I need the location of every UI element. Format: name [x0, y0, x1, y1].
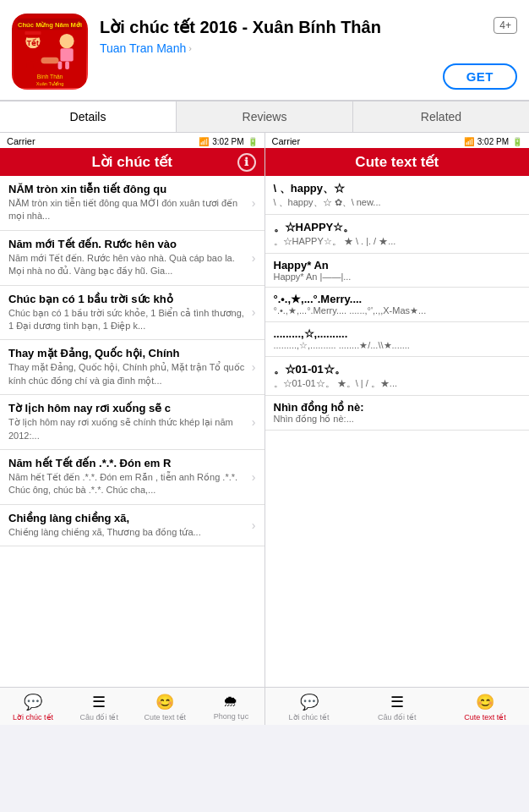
list-icon: ☰: [92, 693, 106, 711]
age-badge: 4+: [494, 17, 517, 34]
chevron-icon: ›: [252, 518, 256, 532]
list-item[interactable]: Thay mặt Đảng, Quốc hội, Chính Thay mặt …: [0, 340, 264, 395]
svg-rect-12: [65, 61, 69, 69]
svg-text:Bính Thân: Bính Thân: [37, 74, 63, 80]
app-header: Chúc Mừng Năm Mới Tết Bính Thân Xuân Tươ…: [0, 0, 529, 101]
left-status-bar: Carrier 📶 3:02 PM 🔋: [0, 133, 264, 148]
cute-item[interactable]: .........,☆,.......... .........,☆,.....…: [265, 322, 530, 357]
right-time: 3:02 PM: [477, 137, 509, 146]
tab-cau-doi-tet-r[interactable]: ☰ Câu đối tết: [353, 691, 441, 723]
left-status-icons: 📶 3:02 PM 🔋: [199, 137, 257, 146]
cute-item[interactable]: 。☆01-01☆。 。☆01-01☆。 ★。\ | / 。★...: [265, 357, 530, 396]
wifi-icon: 📶: [464, 137, 474, 146]
tab-related[interactable]: Related: [353, 102, 529, 132]
chevron-icon: ›: [252, 196, 256, 210]
svg-rect-13: [58, 61, 63, 69]
app-title: Lời chúc tết 2016 - Xuân Bính Thân: [100, 17, 494, 38]
svg-rect-9: [34, 61, 38, 69]
chevron-icon: ›: [252, 470, 256, 484]
tab-phong-tuc[interactable]: 🌧 Phong tục: [198, 691, 264, 723]
tab-cau-doi-tet[interactable]: ☰ Câu đối tết: [66, 691, 132, 723]
list-item[interactable]: Chiềng làng chiềng xã, Chiềng làng chiền…: [0, 505, 264, 546]
chevron-icon: ›: [252, 415, 256, 429]
list-item[interactable]: Tờ lịch hôm nay rơi xuống sẽ c Tờ lịch h…: [0, 395, 264, 450]
rtab-label-3: Cute text tết: [464, 713, 506, 721]
get-button[interactable]: GET: [443, 63, 517, 90]
info-button[interactable]: ℹ: [237, 153, 256, 172]
tab-label-3: Cute text tết: [145, 713, 187, 721]
smile-icon: 😊: [155, 693, 174, 711]
right-nav-title: Cute text tết: [355, 153, 439, 171]
right-carrier: Carrier: [272, 136, 301, 146]
tab-loi-chuc-tet-r[interactable]: 💬 Lời chúc tết: [265, 691, 353, 723]
svg-text:Chúc Mừng Năm Mới: Chúc Mừng Năm Mới: [18, 21, 82, 29]
cute-item[interactable]: \ 、happy、☆ \ 、happy、☆ ✿、\ new...: [265, 176, 530, 215]
chevron-icon: ›: [252, 360, 256, 374]
app-info: Lời chúc tết 2016 - Xuân Bính Thân Tuan …: [100, 14, 517, 90]
cloud-icon: 🌧: [223, 693, 238, 710]
svg-text:Xuân Tương: Xuân Tương: [36, 81, 64, 86]
author-chevron-icon: ›: [188, 43, 192, 53]
left-time: 3:02 PM: [212, 137, 243, 146]
svg-point-10: [59, 34, 74, 48]
chat-icon: 💬: [24, 693, 42, 711]
cute-item[interactable]: Nhìn đồng hồ nè: Nhìn đồng hồ nè:...: [265, 396, 530, 431]
tab-label-1: Lời chúc tết: [13, 713, 53, 721]
tab-loi-chuc-tet[interactable]: 💬 Lời chúc tết: [0, 691, 66, 723]
list-item[interactable]: NĂM tròn xin tiễn tiết đông qu NĂM tròn …: [0, 176, 264, 231]
list-icon: ☰: [390, 693, 404, 711]
screens-row: Carrier 📶 3:02 PM 🔋 Lời chúc tết ℹ NĂM t…: [0, 133, 529, 725]
tab-label-4: Phong tục: [214, 712, 249, 721]
app-author[interactable]: Tuan Tran Manh ›: [100, 41, 494, 55]
chevron-icon: ›: [252, 305, 256, 319]
svg-rect-8: [26, 61, 30, 69]
chevron-icon: ›: [252, 251, 256, 265]
left-list: NĂM tròn xin tiễn tiết đông qu NĂM tròn …: [0, 176, 264, 546]
right-list: \ 、happy、☆ \ 、happy、☆ ✿、\ new... 。☆HAPPY…: [265, 176, 530, 431]
svg-text:Tết: Tết: [27, 38, 39, 47]
cute-item[interactable]: 。☆HAPPY☆。 。☆HAPPY☆。 ★ \ . |. / ★...: [265, 215, 530, 254]
rtab-label-2: Câu đối tết: [378, 713, 417, 721]
battery-icon: 🔋: [248, 137, 258, 146]
rtab-label-1: Lời chúc tết: [289, 713, 330, 721]
svg-rect-11: [60, 48, 73, 61]
left-nav-title: Lời chúc tết: [91, 153, 172, 171]
smile-icon: 😊: [476, 693, 494, 711]
list-item[interactable]: Năm hết Tết đến .*.*. Đón em R Năm hết T…: [0, 450, 264, 505]
app-icon: Chúc Mừng Năm Mới Tết Bính Thân Xuân Tươ…: [12, 14, 88, 90]
right-status-bar: Carrier 📶 3:02 PM 🔋: [265, 133, 530, 148]
right-nav-bar: Cute text tết: [265, 148, 530, 176]
tab-label-2: Câu đối tết: [79, 713, 118, 721]
svg-rect-14: [41, 58, 58, 64]
right-tab-bar: 💬 Lời chúc tết ☰ Câu đối tết 😊 Cute text…: [265, 687, 530, 725]
right-phone-screen: Carrier 📶 3:02 PM 🔋 Cute text tết \ 、hap…: [265, 133, 530, 725]
tab-cute-text-tet[interactable]: 😊 Cute text tết: [132, 691, 198, 723]
tab-details[interactable]: Details: [0, 102, 177, 132]
battery-icon: 🔋: [512, 137, 522, 146]
list-item[interactable]: Chúc bạn có 1 bầu trời sức khỏ Chúc bạn …: [0, 286, 264, 341]
svg-rect-5: [25, 31, 41, 35]
wifi-icon: 📶: [199, 137, 209, 146]
tab-cute-text-r[interactable]: 😊 Cute text tết: [441, 691, 529, 723]
tab-reviews[interactable]: Reviews: [177, 102, 353, 132]
right-status-icons: 📶 3:02 PM 🔋: [464, 137, 522, 146]
get-row: GET: [100, 63, 517, 90]
left-nav-bar: Lời chúc tết ℹ: [0, 148, 264, 176]
cute-item[interactable]: Happy* An Happy* An |——|...: [265, 254, 530, 288]
left-phone-screen: Carrier 📶 3:02 PM 🔋 Lời chúc tết ℹ NĂM t…: [0, 133, 265, 725]
segmented-control: Details Reviews Related: [0, 101, 529, 133]
list-item[interactable]: Năm mới Tết đến. Rước hên vào Năm mới Tế…: [0, 231, 264, 286]
svg-rect-6: [28, 48, 37, 61]
cute-item[interactable]: °.•.,★,...°.Merry.... °.•.,★,...°.Merry.…: [265, 288, 530, 322]
left-carrier: Carrier: [7, 136, 35, 146]
chat-icon: 💬: [300, 693, 319, 711]
left-tab-bar: 💬 Lời chúc tết ☰ Câu đối tết 😊 Cute text…: [0, 687, 264, 725]
